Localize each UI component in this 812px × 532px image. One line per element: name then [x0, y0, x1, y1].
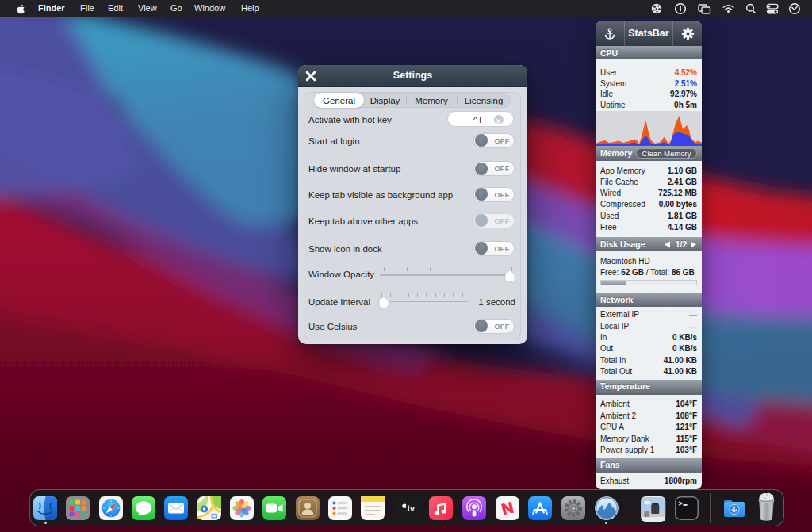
svg-text:>: >: [678, 499, 682, 507]
svg-text:tv: tv: [407, 503, 414, 513]
